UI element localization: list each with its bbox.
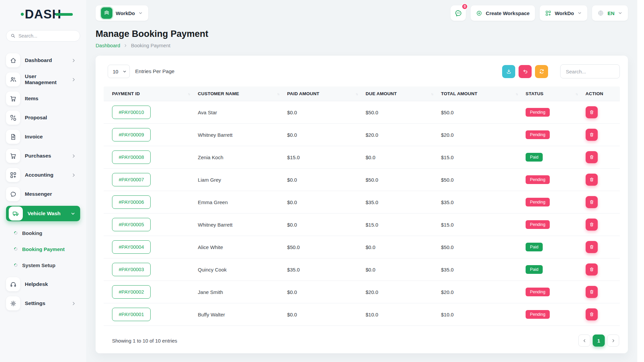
payment-id-button[interactable]: #PAY00001 [112,308,151,321]
scrollbar-track[interactable] [637,0,644,362]
trash-icon [589,199,594,205]
breadcrumb-dashboard-link[interactable]: Dashboard [96,43,120,48]
sidebar-subitem-label: Booking Payment [22,246,65,252]
payment-id-button[interactable]: #PAY00006 [112,195,151,209]
pagination: 1 [578,335,619,347]
customer-name: Emma Green [198,199,228,205]
sidebar-subitem-booking-payment[interactable]: Booking Payment [6,242,80,256]
language-label: EN [607,10,614,16]
delete-button[interactable] [586,308,598,320]
chevron-right-icon [71,301,76,306]
paid-amount: $0.0 [287,199,297,205]
sidebar: DASH DashboardUser ManagementItemsPropos… [0,0,86,362]
paid-amount: $0.0 [287,289,297,295]
grid-plus-icon [545,10,551,16]
sidebar-item-label: User Management [25,73,66,85]
workspace-switcher[interactable]: WorkDo [96,5,148,21]
payment-id-button[interactable]: #PAY00010 [112,106,151,119]
column-header-status[interactable]: STATUS↑↓ [522,86,582,101]
chat-badge: 0 [462,3,468,10]
entries-per-page-select-wrap: 10 [108,65,130,78]
sidebar-item-items[interactable]: Items [6,91,80,106]
trash-icon [589,132,594,137]
undo-icon [522,68,528,74]
payment-id-button[interactable]: #PAY00002 [112,285,151,299]
column-header-total-amount[interactable]: TOTAL AMOUNT↑↓ [438,86,522,101]
total-amount: $10.0 [441,312,454,317]
payment-id-button[interactable]: #PAY00008 [112,150,151,164]
due-amount: $0.0 [366,244,375,250]
paid-amount: $35.0 [287,267,300,273]
sidebar-item-label: Dashboard [25,57,66,63]
sidebar-item-helpdesk[interactable]: Helpdesk [6,277,80,292]
delete-button[interactable] [586,174,598,186]
due-amount: $20.0 [366,132,378,138]
sidebar-item-dashboard[interactable]: Dashboard [6,53,80,68]
refresh-button[interactable] [535,65,548,78]
payment-id-button[interactable]: #PAY00005 [112,218,151,231]
download-icon [506,68,512,74]
trash-icon [589,110,594,115]
sidebar-item-accounting[interactable]: Accounting [6,168,80,182]
user-dropdown[interactable]: WorkDo [540,5,587,21]
table-row: #PAY00002Jane Smith$0.0$20.0$20.0Pending [104,281,620,303]
total-amount: $35.0 [441,199,454,205]
export-button[interactable] [502,65,515,78]
messages-button[interactable]: 0 [450,5,466,21]
sidebar-item-proposal[interactable]: Proposal [6,110,80,125]
sidebar-item-label: Purchases [25,153,66,159]
cart-icon [6,149,20,163]
sidebar-item-messenger[interactable]: Messenger [6,187,80,201]
status-badge: Pending [526,108,550,117]
trash-icon [589,312,594,317]
sidebar-submenu: BookingBooking PaymentSystem Setup [6,226,80,272]
topbar: WorkDo 0 Create Workspace [96,5,628,21]
delete-button[interactable] [586,106,598,118]
sidebar-item-invoice[interactable]: Invoice [6,129,80,144]
page-1-button[interactable]: 1 [593,335,605,347]
search-icon [10,33,16,39]
column-header-label: CUSTOMER NAME [198,91,239,96]
table-search-input[interactable] [560,64,620,78]
sidebar-search-input[interactable] [18,33,76,39]
payment-id-button[interactable]: #PAY00007 [112,173,151,186]
sidebar-item-purchases[interactable]: Purchases [6,148,80,163]
sidebar-item-vehicle-wash[interactable]: Vehicle Wash [6,206,80,221]
chevron-right-icon [71,173,76,178]
status-badge: Pending [526,220,550,229]
chevron-down-icon [138,11,143,15]
sidebar-subitem-booking[interactable]: Booking [6,226,80,240]
sidebar-item-user-management[interactable]: User Management [6,72,80,87]
delete-button[interactable] [586,129,598,141]
delete-button[interactable] [586,196,598,208]
sidebar-item-settings[interactable]: Settings [6,296,80,311]
status-badge: Pending [526,198,550,206]
create-workspace-button[interactable]: Create Workspace [471,5,535,21]
column-header-paid-amount[interactable]: PAID AMOUNT↑↓ [284,86,362,101]
back-button[interactable] [519,65,532,78]
customer-name: Liam Grey [198,177,221,183]
app-logo[interactable]: DASH [16,7,70,21]
due-amount: $0.0 [366,155,375,160]
status-badge: Pending [526,310,550,319]
entries-per-page-select[interactable]: 10 [108,69,129,74]
column-header-payment-id[interactable]: PAYMENT ID↑↓ [104,86,195,101]
payment-id-button[interactable]: #PAY00009 [112,128,151,141]
delete-button[interactable] [586,286,598,298]
next-page-button[interactable] [607,335,619,347]
previous-page-button[interactable] [578,335,590,347]
delete-button[interactable] [586,241,598,253]
chevron-down-icon [577,11,582,15]
payment-id-button[interactable]: #PAY00004 [112,240,151,254]
language-selector[interactable]: EN [592,5,628,21]
paid-amount: $15.0 [287,155,300,160]
main-area: WorkDo 0 Create Workspace [86,0,644,362]
column-header-due-amount[interactable]: DUE AMOUNT↑↓ [362,86,438,101]
plus-circle-icon [476,10,482,16]
delete-button[interactable] [586,219,598,231]
payment-id-button[interactable]: #PAY00003 [112,263,151,276]
delete-button[interactable] [586,263,598,276]
column-header-customer-name[interactable]: CUSTOMER NAME↑↓ [195,86,284,101]
sidebar-subitem-system-setup[interactable]: System Setup [6,258,80,272]
delete-button[interactable] [586,151,598,163]
